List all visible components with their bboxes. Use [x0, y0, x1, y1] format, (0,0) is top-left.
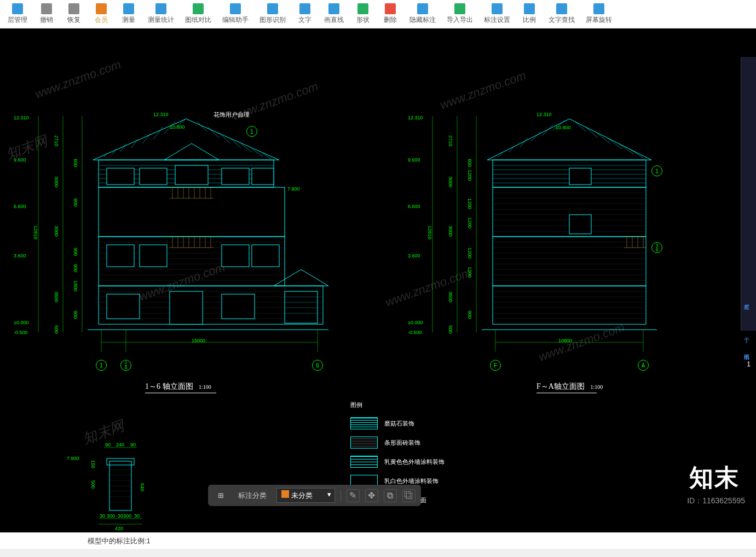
scale-icon [524, 3, 535, 14]
legend-item: 条形面砖装饰 [350, 437, 420, 449]
dim-text: 7.900 [287, 186, 300, 192]
tool-member[interactable]: 会员 [88, 1, 115, 27]
dim-text: 900 [73, 248, 78, 256]
legend-title: 图例 [350, 401, 362, 409]
svg-rect-47 [107, 245, 134, 267]
dim-text: 10.800 [556, 125, 571, 130]
image-id: ID：1163625595 [687, 496, 745, 506]
svg-rect-50 [252, 245, 279, 267]
text-icon [299, 3, 310, 14]
elevation-1-6: 12.310 9.600 6.600 3.600 ±0.000 -0.500 2… [11, 89, 339, 352]
svg-rect-87 [493, 286, 646, 324]
svg-line-96 [542, 125, 553, 136]
svg-rect-146 [107, 458, 134, 465]
tool-delete[interactable]: 删除 [377, 1, 404, 27]
cad-canvas[interactable]: www.znzmo.com www.znzmo.com www.znzmo.co… [0, 28, 756, 532]
tool-edit-helper[interactable]: 编辑助手 [217, 1, 254, 27]
main-toolbar: 层管理 撤销 恢复 会员 测量 测量统计 图纸对比 编辑助手 图形识别 文字 画… [0, 0, 756, 28]
svg-rect-54 [285, 291, 318, 323]
svg-line-17 [219, 133, 230, 143]
svg-rect-51 [107, 294, 140, 319]
elevation-f-a: 12.310 9.600 6.600 3.600 ±0.000 -0.500 2… [405, 89, 668, 352]
svg-rect-53 [170, 291, 203, 324]
tool-hide-annotation[interactable]: 隐藏标注 [404, 1, 441, 27]
svg-rect-46 [252, 168, 274, 185]
dim-text: 30 [118, 513, 123, 519]
tool-shape-recognize[interactable]: 图形识别 [254, 1, 291, 27]
svg-line-18 [230, 138, 241, 148]
tool-shape[interactable]: 形状 [349, 1, 377, 27]
svg-line-10 [131, 139, 138, 148]
duplicate-icon[interactable]: ⿻ [402, 489, 415, 502]
dim-text: 2710 [448, 135, 453, 146]
grid-bubble: 6 [312, 360, 323, 371]
svg-line-95 [531, 131, 541, 141]
grid-bubble: 1 [96, 360, 107, 371]
elev-mark: 7.900 [67, 456, 79, 461]
elev-mark: 9.600 [14, 157, 26, 163]
tool-line[interactable]: 画直线 [319, 1, 349, 27]
tool-text[interactable]: 文字 [291, 1, 319, 27]
line-icon [328, 3, 339, 14]
svg-rect-45 [222, 168, 249, 185]
svg-rect-43 [140, 168, 167, 185]
elev-mark: 12.310 [408, 115, 423, 120]
bottom-toolbar: ⊞ 标注分类 未分类 ▾ ✎ ✥ ⧉ ⿻ [208, 485, 421, 506]
dim-text: 500 [448, 325, 453, 334]
tool-scale[interactable]: 比例 [516, 1, 543, 27]
tool-annotation-settings[interactable]: 标注设置 [478, 1, 516, 27]
brand-logo: 知末 [689, 462, 740, 494]
svg-line-15 [197, 122, 207, 131]
elev-mark: ±0.000 [14, 320, 28, 325]
redo-icon [68, 3, 79, 14]
dim-text: 900 [73, 264, 78, 272]
copy-icon[interactable]: ⧉ [384, 489, 397, 502]
svg-line-94 [520, 138, 528, 147]
dim-text: 10800 [558, 338, 572, 343]
detail-drawing: 7.900 90 240 90 150 500 540 30 300 30 30… [66, 439, 175, 532]
dim-text: 150 [90, 460, 96, 468]
measure-stats-icon [155, 3, 166, 14]
svg-marker-22 [274, 269, 328, 286]
svg-rect-88 [493, 237, 646, 286]
tool-rotate-screen[interactable]: 屏幕旋转 [580, 1, 618, 27]
dim-text: 1200 [467, 217, 472, 228]
svg-line-103 [630, 149, 643, 158]
dim-text: 240 [116, 442, 124, 447]
dim-text: 420 [115, 526, 123, 531]
dim-text: 90 [105, 442, 111, 447]
edit-icon[interactable]: ✎ [347, 489, 360, 502]
elev-mark: 6.600 [14, 204, 26, 209]
member-icon [96, 3, 107, 14]
tool-redo[interactable]: 恢复 [60, 1, 88, 27]
drawing-note: 花饰用户自理 [213, 111, 250, 119]
tool-text-find[interactable]: 文字查找 [543, 1, 580, 27]
layer-icon [12, 3, 23, 14]
tool-layer-manage[interactable]: 层管理 [2, 1, 33, 27]
panel-label: 工程 [741, 298, 751, 303]
elev-mark: ±0.000 [408, 320, 423, 325]
detail-callout: 1 [246, 126, 257, 137]
dim-text: 30 [100, 513, 105, 519]
grid-view-icon[interactable]: ⊞ [213, 489, 228, 502]
move-icon[interactable]: ✥ [365, 489, 378, 502]
svg-rect-52 [222, 294, 255, 319]
tool-undo[interactable]: 撤销 [33, 1, 60, 27]
shape-recognize-icon [267, 3, 278, 14]
edit-helper-icon [230, 3, 241, 14]
settings-icon [492, 3, 503, 14]
category-dropdown[interactable]: 未分类 ▾ [276, 488, 335, 503]
dim-text: 12810 [427, 226, 432, 239]
dim-text: 1200 [467, 170, 472, 181]
legend-item: 磨菇石装饰 [350, 417, 414, 429]
svg-marker-6 [164, 143, 219, 160]
tool-measure-stats[interactable]: 测量统计 [142, 1, 180, 27]
dim-text: 300 [123, 513, 131, 519]
svg-rect-131 [569, 168, 591, 185]
legend-swatch [350, 456, 378, 468]
tool-compare[interactable]: 图纸对比 [180, 1, 217, 27]
dim-text: 3600 [54, 291, 59, 302]
tool-measure[interactable]: 测量 [115, 1, 142, 27]
tool-import-export[interactable]: 导入导出 [441, 1, 478, 27]
dim-text: 12810 [33, 226, 38, 239]
